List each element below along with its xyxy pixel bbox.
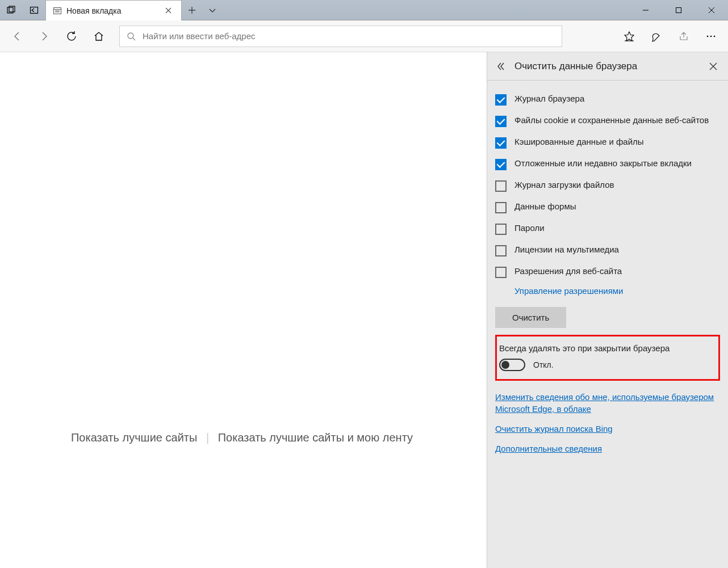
tabs-menu-button[interactable]: [202, 0, 223, 20]
checkbox-row: Данные формы: [495, 196, 720, 218]
checkbox-label: Лицензии на мультимедиа: [514, 244, 619, 255]
checkbox-row: Пароли: [495, 218, 720, 239]
minimize-button[interactable]: [629, 0, 662, 20]
checkbox-label: Журнал браузера: [514, 93, 584, 104]
back-button[interactable]: [5, 24, 30, 49]
checkbox-label: Отложенные или недавно закрытые вкладки: [514, 158, 692, 169]
svg-point-18: [707, 35, 709, 37]
notes-button[interactable]: [644, 24, 669, 49]
checkbox-label: Файлы cookie и сохраненные данные веб-са…: [514, 115, 709, 126]
svg-point-19: [710, 35, 712, 37]
favorites-button[interactable]: [617, 24, 642, 49]
always-clear-label: Всегда удалять это при закрытии браузера: [498, 343, 714, 353]
separator: |: [206, 431, 209, 444]
address-input[interactable]: [143, 31, 555, 41]
panel-back-icon[interactable]: [494, 61, 508, 71]
always-clear-toggle[interactable]: [499, 359, 525, 371]
refresh-button[interactable]: [59, 24, 84, 49]
checkbox-label: Данные формы: [514, 201, 576, 212]
more-button[interactable]: [698, 24, 723, 49]
panel-title: Очистить данные браузера: [514, 61, 698, 72]
panel-close-icon[interactable]: [705, 62, 721, 70]
titlebar-left: [0, 0, 45, 20]
clear-button[interactable]: Очистить: [495, 307, 566, 328]
titlebar: Новая вкладка: [0, 0, 728, 20]
clear-browsing-data-panel: Очистить данные браузера Журнал браузера…: [487, 52, 728, 568]
clear-bing-link[interactable]: Очистить журнал поиска Bing: [495, 423, 720, 435]
checkbox-row: Журнал браузера: [495, 89, 720, 110]
home-button[interactable]: [86, 24, 111, 49]
checkbox-row: Лицензии на мультимедиа: [495, 239, 720, 261]
tab-close-icon[interactable]: [165, 7, 174, 14]
checkbox[interactable]: [495, 202, 507, 213]
checkbox-row: Отложенные или недавно закрытые вкладки: [495, 153, 720, 175]
always-clear-toggle-row: Откл.: [498, 359, 714, 371]
checkbox-row: Разрешения для веб-сайта: [495, 261, 720, 283]
browser-tab[interactable]: Новая вкладка: [45, 0, 182, 20]
tab-title: Новая вкладка: [66, 6, 161, 15]
set-aside-tabs-icon[interactable]: [23, 6, 45, 15]
checkbox[interactable]: [495, 267, 507, 278]
maximize-button[interactable]: [662, 0, 695, 20]
checkbox-row: Журнал загрузки файлов: [495, 175, 720, 196]
tab-groups-icon[interactable]: [0, 6, 23, 15]
checkbox[interactable]: [495, 245, 507, 256]
checkbox[interactable]: [495, 159, 507, 170]
forward-button[interactable]: [32, 24, 57, 49]
svg-line-16: [133, 38, 135, 40]
panel-header: Очистить данные браузера: [487, 52, 728, 81]
svg-point-20: [714, 35, 716, 37]
close-window-button[interactable]: [695, 0, 728, 20]
always-clear-highlight: Всегда удалять это при закрытии браузера…: [495, 335, 720, 381]
checkbox-label: Пароли: [514, 222, 545, 234]
checkbox-row: Файлы cookie и сохраненные данные веб-са…: [495, 110, 720, 132]
checkbox-row: Кэшированные данные и файлы: [495, 132, 720, 153]
checkbox[interactable]: [495, 116, 507, 127]
checkbox-label: Разрешения для веб-сайта: [514, 266, 622, 277]
manage-permissions-link[interactable]: Управление разрешениями: [514, 283, 623, 304]
panel-body: Журнал браузераФайлы cookie и сохраненны…: [487, 81, 728, 474]
checkbox-label: Журнал загрузки файлов: [514, 179, 614, 191]
show-top-sites-link[interactable]: Показать лучшие сайты: [71, 431, 197, 444]
address-bar[interactable]: [119, 26, 562, 47]
checkbox[interactable]: [495, 224, 507, 235]
address-bar-container: [114, 26, 614, 47]
checkbox[interactable]: [495, 180, 507, 192]
share-button[interactable]: [671, 24, 696, 49]
window-controls: [629, 0, 728, 20]
cloud-info-link[interactable]: Изменить сведения обо мне, используемые …: [495, 391, 720, 415]
svg-point-15: [128, 33, 133, 39]
show-top-sites-feed-link[interactable]: Показать лучшие сайты и мою ленту: [218, 431, 413, 444]
toggle-state-label: Откл.: [533, 360, 554, 369]
svg-rect-12: [676, 7, 681, 12]
checkbox[interactable]: [495, 137, 507, 149]
checkbox[interactable]: [495, 94, 507, 106]
more-info-link[interactable]: Дополнительные сведения: [495, 443, 720, 455]
start-page-options: Показать лучшие сайты | Показать лучшие …: [0, 431, 484, 444]
search-icon: [127, 32, 136, 41]
new-tab-button[interactable]: [182, 0, 202, 20]
tab-favicon-icon: [53, 6, 62, 15]
content-area: Показать лучшие сайты | Показать лучшие …: [0, 52, 728, 568]
toolbar: [0, 20, 728, 52]
checkbox-label: Кэшированные данные и файлы: [514, 136, 644, 148]
